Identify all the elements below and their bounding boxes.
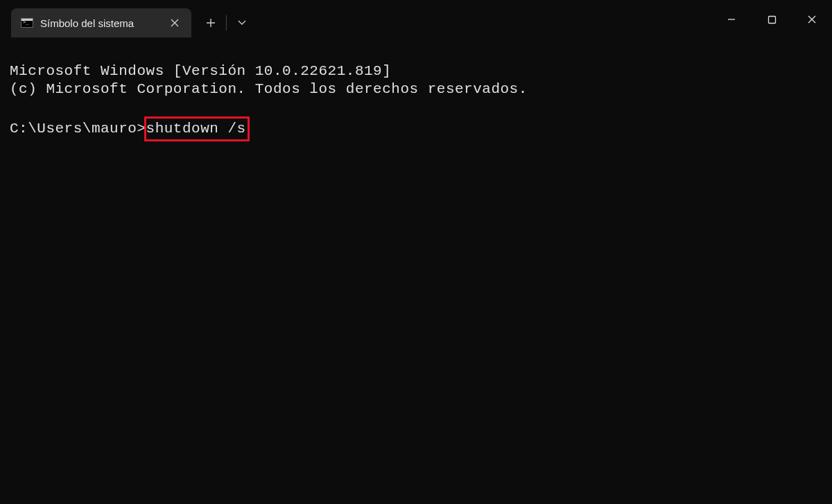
tab-command-prompt[interactable]: Símbolo del sistema (11, 8, 191, 37)
prompt-path: C:\Users\mauro> (10, 121, 146, 137)
divider (226, 15, 227, 31)
tab-actions (197, 10, 256, 36)
command-text: shutdown /s (146, 121, 246, 137)
command-highlight: shutdown /s (144, 116, 250, 141)
window-controls (711, 0, 832, 33)
new-tab-button[interactable] (197, 10, 225, 36)
title-bar: Símbolo del sistema (0, 0, 832, 37)
prompt-line: C:\Users\mauro>shutdown /s (10, 116, 822, 141)
copyright-line: (c) Microsoft Corporation. Todos los der… (10, 81, 528, 97)
maximize-button[interactable] (752, 6, 792, 33)
tabs-area: Símbolo del sistema (0, 8, 711, 37)
minimize-button[interactable] (711, 6, 752, 33)
terminal-output[interactable]: Microsoft Windows [Versión 10.0.22621.81… (0, 37, 832, 166)
close-tab-button[interactable] (165, 13, 184, 33)
close-window-button[interactable] (792, 6, 832, 33)
svg-rect-0 (768, 16, 775, 23)
cmd-icon (21, 18, 33, 28)
tabs-dropdown-button[interactable] (228, 10, 256, 36)
tab-title: Símbolo del sistema (40, 17, 151, 29)
version-line: Microsoft Windows [Versión 10.0.22621.81… (10, 63, 391, 79)
